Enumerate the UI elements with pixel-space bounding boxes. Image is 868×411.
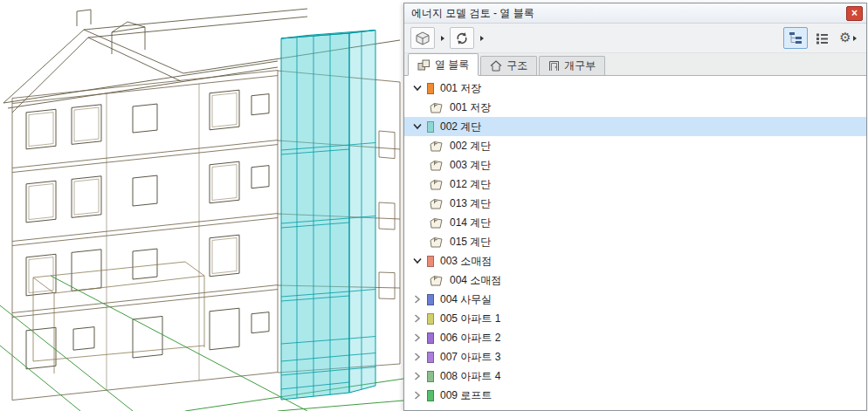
zone-stamp-icon <box>429 159 445 171</box>
zone-color-chip <box>427 294 434 305</box>
tree-item-row[interactable]: 012 계단 <box>404 175 866 194</box>
tree-item-label: 012 계단 <box>450 177 491 192</box>
tree-group-label: 001 저장 <box>440 81 481 96</box>
tree-group-label: 005 아파트 1 <box>440 312 500 326</box>
update-button[interactable] <box>450 27 474 49</box>
tree-item-label: 015 계단 <box>450 235 491 250</box>
3d-viewport[interactable] <box>0 0 403 411</box>
tree-group-label: 003 소매점 <box>440 254 492 269</box>
tree-group-row[interactable]: 007 아파트 3 <box>404 347 866 366</box>
zone-color-chip <box>427 313 434 325</box>
tab-structure-label: 구조 <box>506 58 527 73</box>
zone-color-chip <box>427 121 434 133</box>
zone-color-chip <box>427 352 434 363</box>
zone-color-chip <box>427 83 434 94</box>
zone-stamp-icon <box>429 101 445 113</box>
panel-titlebar[interactable]: 에너지 모델 검토 - 열 블록 × <box>404 3 866 24</box>
house-icon <box>490 60 502 72</box>
zone-stamp-icon <box>429 236 445 248</box>
tree-group-label: 002 계단 <box>440 120 481 134</box>
chevron-right-icon[interactable] <box>410 388 424 402</box>
chevron-down-icon[interactable] <box>410 120 424 134</box>
show-in-3d-button[interactable] <box>410 27 435 49</box>
tree-group-row[interactable]: 003 소매점 <box>404 251 866 271</box>
door-icon <box>548 60 560 72</box>
flyout-arrow-icon <box>480 36 484 41</box>
tree-item-row[interactable]: 002 계단 <box>404 136 866 155</box>
zone-stamp-icon <box>429 140 445 152</box>
tree-item-row[interactable]: 015 계단 <box>404 232 866 251</box>
tree-item-label: 003 계단 <box>450 158 491 173</box>
panel-toolbar: ⚙ <box>404 24 866 53</box>
chevron-right-icon[interactable] <box>410 369 424 383</box>
tree-item-label: 004 소매점 <box>450 273 501 288</box>
zone-color-chip <box>427 256 434 267</box>
tab-thermal-block-label: 열 블록 <box>435 58 469 72</box>
zone-color-chip <box>427 390 434 401</box>
tree-group-label: 004 사무실 <box>440 292 492 307</box>
tree-group-row[interactable]: 005 아파트 1 <box>404 309 866 328</box>
gear-icon: ⚙ <box>839 31 851 45</box>
zone-stamp-icon <box>429 178 445 190</box>
tree-item-label: 001 저장 <box>450 100 491 115</box>
tree-item-row[interactable]: 003 계단 <box>404 155 866 175</box>
tree-group-row[interactable]: 006 아파트 2 <box>404 328 866 347</box>
tree-group-label: 008 아파트 4 <box>440 369 500 384</box>
tab-openings-label: 개구부 <box>564 58 596 73</box>
tree-item-row[interactable]: 001 저장 <box>404 98 866 117</box>
tree-item-row[interactable]: 004 소매점 <box>404 271 866 290</box>
zone-color-chip <box>427 332 434 344</box>
tab-thermal-block[interactable]: 열 블록 <box>408 53 479 76</box>
tree-view-icon <box>789 31 803 45</box>
chevron-right-icon[interactable] <box>410 312 424 325</box>
tree-group-row[interactable]: 009 로프트 <box>404 386 866 405</box>
chevron-right-icon[interactable] <box>410 350 424 364</box>
zone-stamp-icon <box>429 216 445 229</box>
tree-item-label: 014 계단 <box>450 216 491 230</box>
chevron-down-icon[interactable] <box>410 81 424 95</box>
selected-zone-block[interactable] <box>281 31 375 401</box>
zone-stamp-icon <box>429 274 445 286</box>
tab-structure[interactable]: 구조 <box>480 56 537 75</box>
tree-item-label: 002 계단 <box>450 139 491 154</box>
thermal-block-tree: 001 저장001 저장002 계단002 계단003 계단012 계단013 … <box>404 76 866 410</box>
tree-group-row[interactable]: 004 사무실 <box>404 290 866 309</box>
zone-stamp-icon <box>429 197 445 209</box>
tab-bar: 열 블록 구조 개구부 <box>404 53 866 76</box>
cube-3d-icon <box>415 31 431 45</box>
tree-item-row[interactable]: 013 계단 <box>404 194 866 213</box>
tree-group-label: 007 아파트 3 <box>440 350 500 365</box>
zone-color-chip <box>427 371 434 382</box>
panel-title: 에너지 모델 검토 - 열 블록 <box>411 6 846 21</box>
tab-openings[interactable]: 개구부 <box>539 56 605 75</box>
chevron-right-icon[interactable] <box>410 292 424 306</box>
chevron-down-icon[interactable] <box>410 254 424 268</box>
tree-group-label: 009 로프트 <box>440 388 492 403</box>
flyout-arrow-icon <box>441 36 444 41</box>
energy-model-review-panel: 에너지 모델 검토 - 열 블록 × <box>403 3 867 411</box>
tree-item-label: 013 계단 <box>450 196 491 211</box>
tree-group-label: 006 아파트 2 <box>440 331 500 346</box>
tree-group-row[interactable]: 002 계단 <box>404 117 866 136</box>
list-view-button[interactable] <box>809 27 834 49</box>
thermal-block-icon <box>417 59 431 71</box>
tree-group-row[interactable]: 008 아파트 4 <box>404 366 866 386</box>
tree-view-button[interactable] <box>783 27 808 49</box>
close-button[interactable]: × <box>846 6 863 21</box>
refresh-icon <box>455 31 469 45</box>
update-menu-arrow[interactable] <box>476 27 487 49</box>
settings-button[interactable]: ⚙ <box>836 27 860 49</box>
tree-group-row[interactable]: 001 저장 <box>404 79 866 98</box>
chevron-right-icon[interactable] <box>410 331 424 345</box>
building-wireframe <box>0 0 403 411</box>
flyout-arrow-icon <box>853 36 857 41</box>
tree-item-row[interactable]: 014 계단 <box>404 213 866 232</box>
show-in-3d-menu-arrow[interactable] <box>437 27 448 49</box>
list-view-icon <box>816 32 829 45</box>
